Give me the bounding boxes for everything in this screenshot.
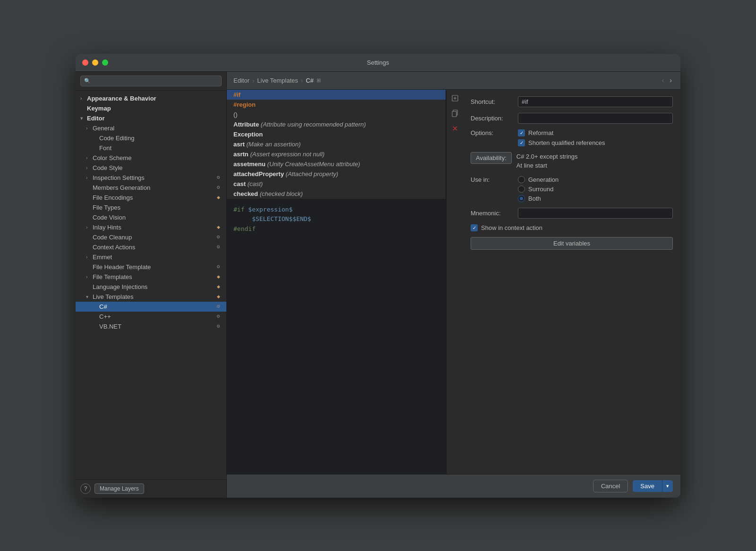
sidebar-item-members-generation[interactable]: Members Generation ⚙ bbox=[76, 183, 226, 193]
shorten-refs-checkbox[interactable]: ✓ bbox=[518, 139, 525, 146]
save-button[interactable]: Save bbox=[633, 480, 662, 492]
sidebar-item-label: C# bbox=[99, 303, 215, 310]
titlebar: Settings bbox=[76, 54, 680, 72]
sidebar-item-emmet[interactable]: › Emmet bbox=[76, 252, 226, 262]
sidebar-item-vbnet[interactable]: VB.NET ⚙ bbox=[76, 322, 226, 331]
sidebar-item-label: VB.NET bbox=[99, 323, 215, 330]
add-template-button[interactable] bbox=[448, 92, 462, 105]
sidebar-item-keymap[interactable]: Keymap bbox=[76, 103, 226, 113]
template-row-hash-if[interactable]: #if bbox=[227, 90, 446, 100]
search-input[interactable] bbox=[93, 77, 218, 85]
sidebar-item-code-editing[interactable]: Code Editing bbox=[76, 133, 226, 143]
mnemonic-input[interactable] bbox=[518, 208, 673, 219]
sidebar-item-font[interactable]: Font bbox=[76, 143, 226, 153]
availability-line1: C# 2.0+ except strings bbox=[516, 152, 578, 161]
badge-icon: ◆ bbox=[215, 273, 222, 280]
sidebar-item-appearance[interactable]: › Appearance & Behavior bbox=[76, 93, 226, 103]
sidebar-item-file-encodings[interactable]: File Encodings ◆ bbox=[76, 193, 226, 203]
options-label: Options: bbox=[471, 129, 513, 136]
badge-icon: ⚙ bbox=[215, 263, 222, 270]
sidebar-item-label: C++ bbox=[99, 313, 215, 320]
template-desc: (Assert expression not null) bbox=[250, 151, 325, 158]
reformat-checkbox[interactable]: ✓ bbox=[518, 129, 525, 136]
both-radio[interactable] bbox=[518, 195, 525, 202]
sidebar-item-code-cleanup[interactable]: Code Cleanup ⚙ bbox=[76, 232, 226, 242]
badge-icon: ⚙ bbox=[215, 323, 222, 330]
nav-back-button[interactable]: ‹ bbox=[660, 76, 666, 85]
close-button[interactable] bbox=[82, 59, 88, 66]
template-row-cast[interactable]: cast (cast) bbox=[227, 179, 446, 189]
chevron-right-icon: › bbox=[86, 126, 93, 131]
minimize-button[interactable] bbox=[92, 59, 98, 66]
template-row-parens[interactable]: () bbox=[227, 110, 446, 119]
manage-layers-button[interactable]: Manage Layers bbox=[94, 483, 144, 494]
surround-radio[interactable] bbox=[518, 186, 525, 193]
template-shortcut: assetmenu bbox=[233, 161, 266, 168]
chevron-right-icon: › bbox=[86, 175, 93, 180]
use-in-both[interactable]: Both bbox=[518, 195, 558, 202]
code-hash-endif: #endif bbox=[233, 225, 256, 232]
template-row-asrtn[interactable]: asrtn (Assert expression not null) bbox=[227, 149, 446, 159]
sidebar-item-label: Editor bbox=[87, 115, 222, 122]
sidebar-item-csharp[interactable]: C# ⚙ bbox=[76, 302, 226, 312]
shorten-refs-option[interactable]: ✓ Shorten qualified references bbox=[518, 139, 605, 146]
sidebar-item-live-templates[interactable]: ▾ Live Templates ◆ bbox=[76, 292, 226, 302]
sidebar-item-cpp[interactable]: C++ ⚙ bbox=[76, 312, 226, 322]
checkmark-icon: ✓ bbox=[472, 225, 476, 230]
maximize-button[interactable] bbox=[102, 59, 108, 66]
sidebar-item-inspection-settings[interactable]: › Inspection Settings ⚙ bbox=[76, 173, 226, 183]
use-in-surround[interactable]: Surround bbox=[518, 186, 558, 193]
reformat-label: Reformat bbox=[528, 129, 553, 136]
remove-template-button[interactable] bbox=[448, 122, 462, 135]
availability-button[interactable]: Availability: bbox=[471, 152, 512, 164]
shortcut-row: Shortcut: bbox=[471, 96, 673, 107]
template-row-hash-region[interactable]: #region bbox=[227, 100, 446, 110]
nav-forward-button[interactable]: › bbox=[668, 76, 674, 85]
sidebar-item-color-scheme[interactable]: › Color Scheme bbox=[76, 153, 226, 163]
sidebar-item-label: File Encodings bbox=[93, 194, 215, 201]
code-preview: #if $expression$ $SELECTION$$END$ #endif bbox=[227, 199, 446, 474]
shorten-refs-label: Shorten qualified references bbox=[528, 139, 605, 146]
use-in-generation[interactable]: Generation bbox=[518, 176, 558, 183]
chevron-right-icon: › bbox=[86, 155, 93, 161]
options-row: Options: ✓ Reformat ✓ bbox=[471, 129, 673, 146]
sidebar-item-language-injections[interactable]: Language Injections ◆ bbox=[76, 282, 226, 292]
sidebar-item-file-types[interactable]: File Types bbox=[76, 203, 226, 212]
settings-window: Settings 🔍 › Appearance & Behavior K bbox=[76, 54, 680, 498]
template-row-exception[interactable]: Exception bbox=[227, 129, 446, 139]
availability-line2: At line start bbox=[516, 161, 578, 170]
sidebar-item-context-actions[interactable]: Context Actions ⚙ bbox=[76, 242, 226, 252]
template-shortcut: attachedProperty bbox=[233, 170, 284, 178]
sidebar-item-inlay-hints[interactable]: › Inlay Hints ◆ bbox=[76, 222, 226, 232]
template-row-asrt[interactable]: asrt (Make an assertion) bbox=[227, 139, 446, 149]
help-button[interactable]: ? bbox=[80, 483, 91, 494]
generation-radio[interactable] bbox=[518, 176, 525, 183]
sidebar-item-file-templates[interactable]: › File Templates ◆ bbox=[76, 272, 226, 282]
sidebar-item-code-style[interactable]: › Code Style bbox=[76, 163, 226, 173]
description-input[interactable] bbox=[518, 113, 673, 124]
sidebar-item-editor[interactable]: ▾ Editor bbox=[76, 113, 226, 123]
cancel-button[interactable]: Cancel bbox=[593, 480, 628, 492]
template-row-attribute[interactable]: Attribute (Attribute using recommended p… bbox=[227, 119, 446, 129]
bottom-bar: Cancel Save ▾ bbox=[227, 474, 680, 498]
sidebar-item-code-vision[interactable]: Code Vision bbox=[76, 212, 226, 222]
reformat-option[interactable]: ✓ Reformat bbox=[518, 129, 605, 136]
copy-template-button[interactable] bbox=[448, 107, 462, 120]
use-in-label: Use in: bbox=[471, 176, 513, 183]
sidebar-item-file-header-template[interactable]: File Header Template ⚙ bbox=[76, 262, 226, 272]
sidebar-item-label: Code Editing bbox=[99, 135, 222, 142]
show-context-checkbox[interactable]: ✓ bbox=[471, 224, 478, 231]
chevron-down-icon: ▾ bbox=[86, 294, 93, 299]
template-row-checked[interactable]: checked (checked block) bbox=[227, 189, 446, 199]
sidebar-item-general[interactable]: › General bbox=[76, 123, 226, 133]
shortcut-input[interactable] bbox=[518, 96, 673, 107]
show-context-row[interactable]: ✓ Show in context action bbox=[471, 224, 673, 231]
breadcrumb: Editor › Live Templates › C# ⊞ bbox=[233, 77, 321, 84]
save-dropdown-button[interactable]: ▾ bbox=[662, 480, 673, 492]
search-wrap[interactable]: 🔍 bbox=[80, 76, 222, 86]
description-label: Description: bbox=[471, 115, 513, 122]
template-toolbar bbox=[446, 90, 463, 474]
edit-variables-button[interactable]: Edit variables bbox=[471, 237, 673, 250]
template-row-attachedproperty[interactable]: attachedProperty (Attached property) bbox=[227, 169, 446, 179]
template-row-assetmenu[interactable]: assetmenu (Unity CreateAssetMenu attribu… bbox=[227, 159, 446, 169]
